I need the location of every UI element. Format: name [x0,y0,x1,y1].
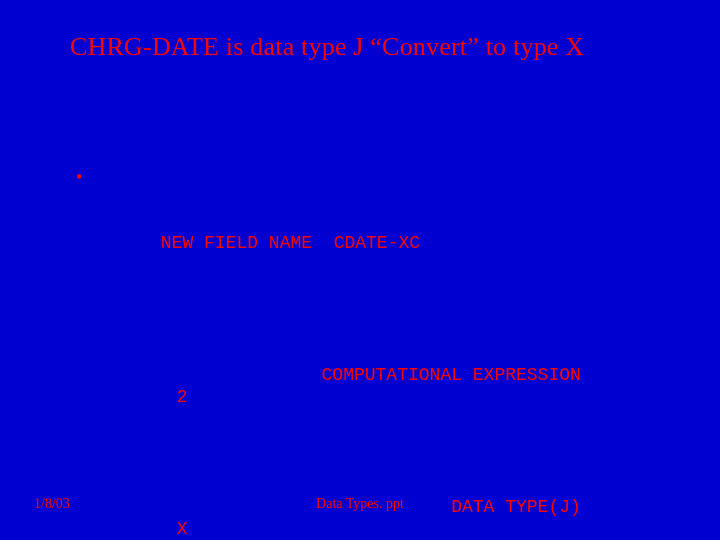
row-label: COMPUTATIONAL EXPRESSION [161,364,581,386]
row-label: NEW FIELD NAME CDATE-XC [161,232,581,254]
slide-title: CHRG-DATE is data type J “Convert” to ty… [70,32,584,62]
slide: CHRG-DATE is data type J “Convert” to ty… [0,0,720,540]
row-value: 2 [161,386,188,408]
footer-filename: Data Types. ppt [0,496,720,512]
row-value: X [161,518,188,540]
bullet-icon: • [76,168,82,186]
row-new-field-name: NEW FIELD NAME CDATE-XC [96,210,581,298]
row-computational-expression: COMPUTATIONAL EXPRESSION 2 [96,342,581,430]
body-block: NEW FIELD NAME CDATE-XC COMPUTATIONAL EX… [96,166,581,540]
